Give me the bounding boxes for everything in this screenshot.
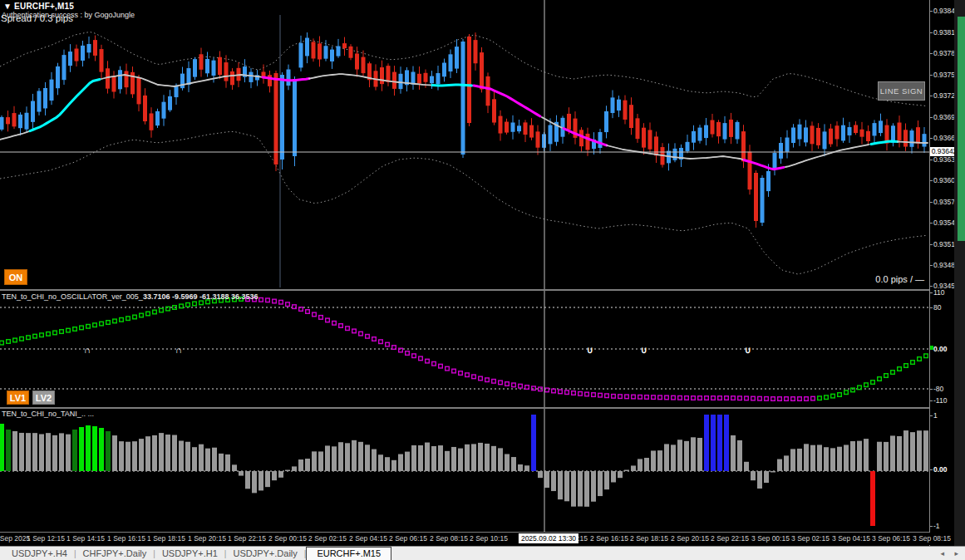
time-tick-label: 2 Sep 10:15 — [470, 534, 508, 543]
tab-scroll-arrows: ◂ ▸ — [940, 549, 963, 558]
axis-tick-mark — [930, 286, 933, 287]
axis-tick-mark — [930, 307, 933, 308]
spread-label: Spread / 0.3 pips — [1, 13, 73, 23]
right-scrollbar-track[interactable] — [954, 0, 965, 546]
chart-tab[interactable]: USDJPY+.H4 — [5, 548, 74, 560]
time-tick-label: 2 Sep 20:15 — [671, 534, 709, 543]
oscillator-signal-marker: ∪ — [745, 345, 751, 355]
crosshair-time-box: 2025.09.02 13:30 — [519, 533, 579, 543]
oscillator-signal-marker: ∪ — [587, 345, 593, 355]
oscillator-scale-label: -80 — [933, 385, 943, 393]
on-button[interactable]: ON — [4, 269, 27, 285]
histogram-indicator-name: TEN_to_CHI_no_TANI_.. ... — [2, 410, 94, 418]
time-tick-label: 2 Sep 02:15 — [308, 534, 347, 543]
chart-tab[interactable]: CHFJPY+.Daily — [76, 548, 154, 560]
time-tick-label: 2 Sep 22:15 — [711, 534, 749, 543]
time-tick-label: 3 Sep 04:15 — [832, 534, 870, 543]
oscillator-panel: ∩∩∪∪∪ — [0, 291, 929, 407]
oscillator-scale-label: 0.00 — [933, 345, 948, 353]
histogram-scale-label: 1 — [933, 411, 938, 420]
axis-tick-mark — [930, 180, 933, 181]
axis-tick-mark — [930, 53, 933, 54]
oscillator-scale-label: -110 — [933, 396, 947, 405]
axis-tick-mark — [930, 160, 933, 160]
pips-distance-label: 0.0 pips / — — [773, 274, 924, 284]
axis-tick-mark — [930, 32, 933, 33]
dropdown-arrow-icon[interactable]: ▼ — [3, 2, 12, 11]
tab-scroll-left-icon[interactable]: ◂ — [940, 549, 948, 558]
tab-scroll-right-icon[interactable]: ▸ — [954, 549, 963, 558]
chart-tab[interactable]: USDJPY+.Daily — [226, 548, 303, 560]
time-tick-label: 1 Sep 22:15 — [228, 534, 266, 543]
chart-tab-active[interactable]: EURCHF+.M15 — [306, 547, 391, 560]
histogram-scale-label: -1 — [933, 522, 940, 530]
time-tick-label: 1 Sep 14:15 — [66, 534, 105, 543]
time-tick-label: 2 Sep 08:15 — [430, 534, 468, 543]
axis-tick-mark — [930, 75, 933, 76]
axis-tick-mark — [930, 526, 933, 527]
axis-tick-mark — [930, 202, 933, 203]
axis-tick-mark — [930, 292, 933, 293]
main-chart-panel — [0, 0, 929, 290]
histogram-panel — [0, 409, 929, 532]
oscillator-indicator-name: TEN_to_CHI_no_OSCILLATOR_ver_005_ — [2, 292, 143, 301]
line-sign-button[interactable]: LINE SIGN — [878, 81, 925, 101]
axis-tick-mark — [930, 244, 933, 245]
chart-symbol-title: ▼ EURCHF+,M15 — [3, 2, 74, 11]
axis-tick-mark — [930, 415, 933, 416]
time-tick-label: 2 Sep 04:15 — [349, 534, 387, 543]
oscillator-scale-label: 80 — [933, 303, 941, 312]
lv2-button[interactable]: LV2 — [32, 391, 55, 405]
axis-tick-mark — [930, 400, 933, 401]
time-tick-label: 2 Sep 00:15 — [268, 534, 307, 543]
main-chart-canvas[interactable] — [0, 0, 929, 290]
axis-tick-mark — [930, 96, 933, 96]
oscillator-zero-marker — [930, 346, 933, 350]
axis-tick-mark — [930, 117, 933, 118]
chart-tab[interactable]: USDJPY+.H1 — [155, 548, 224, 560]
time-tick-label: 1 Sep 18:15 — [147, 534, 185, 543]
time-tick-label: 2 Sep 16:15 — [590, 534, 628, 543]
price-axis[interactable]: 0.938450.938150.937850.937550.937250.936… — [929, 0, 955, 546]
panel-separator[interactable] — [0, 407, 954, 409]
chart-tab-bar: USDJPY+.H4|CHFJPY+.Daily|USDJPY+.H1|USDJ… — [0, 546, 965, 560]
lv1-button[interactable]: LV1 — [7, 391, 29, 405]
mt4-chart-window: ▼ EURCHF+,M15 Authentication success : b… — [0, 0, 965, 560]
axis-tick-mark — [930, 223, 933, 224]
axis-tick-mark — [930, 389, 933, 390]
time-tick-label: 3 Sep 00:15 — [751, 534, 790, 543]
scrollbar-thumb[interactable] — [958, 17, 965, 241]
oscillator-signal-marker: ∩ — [84, 345, 91, 355]
histogram-canvas[interactable] — [0, 409, 929, 532]
time-tick-label: 2 Sep 18:15 — [630, 534, 668, 543]
axis-tick-mark — [930, 138, 933, 139]
panel-separator[interactable] — [0, 289, 954, 291]
oscillator-scale-label: 110 — [933, 288, 945, 297]
axis-tick-mark — [930, 469, 933, 470]
time-tick-label: 3 Sep 08:15 — [913, 534, 951, 543]
oscillator-signal-marker: ∪ — [641, 345, 647, 355]
axis-tick-mark — [930, 265, 933, 266]
time-tick-label: 1 Sep 12:15 — [27, 534, 65, 543]
symbol-timeframe-label: EURCHF+,M15 — [14, 2, 74, 11]
time-tick-label: 3 Sep 06:15 — [872, 534, 910, 543]
time-tick-label: Sep 2025 — [0, 534, 30, 543]
oscillator-signal-marker: ∩ — [175, 345, 182, 355]
oscillator-canvas[interactable]: ∩∩∪∪∪ — [0, 291, 929, 407]
time-tick-label: 1 Sep 20:15 — [188, 534, 226, 543]
oscillator-values: 33.7106 -9.5969 -61.3188 36.3536 — [143, 292, 258, 301]
time-tick-label: 1 Sep 16:15 — [107, 534, 145, 543]
time-tick-label: 3 Sep 02:15 — [791, 534, 830, 543]
histogram-scale-label: 0.00 — [933, 465, 948, 474]
time-axis[interactable]: Sep 20251 Sep 12:151 Sep 14:151 Sep 16:1… — [0, 533, 954, 545]
time-tick-label: 2 Sep 06:15 — [389, 534, 427, 543]
axis-tick-mark — [930, 11, 933, 12]
